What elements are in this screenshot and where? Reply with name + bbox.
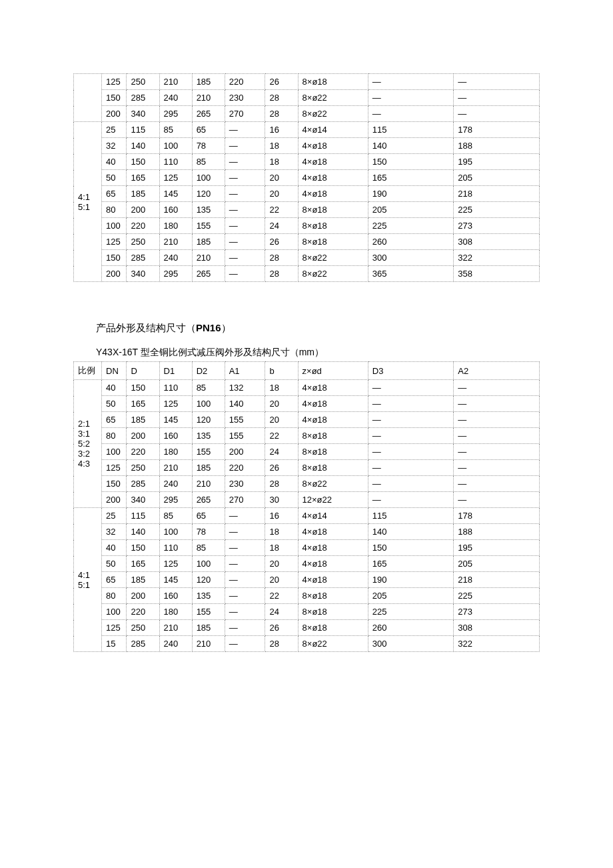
table-cell: 20 xyxy=(265,170,298,186)
table-cell: 65 xyxy=(102,412,127,428)
table-cell: 100 xyxy=(192,170,225,186)
table-cell: 200 xyxy=(127,588,159,604)
table-cell: 32 xyxy=(102,138,127,154)
table-cell: 165 xyxy=(368,170,454,186)
table-cell: 250 xyxy=(127,620,159,636)
table-cell: 185 xyxy=(127,186,159,202)
table-cell: 265 xyxy=(192,492,225,508)
table-cell: 8×ø18 xyxy=(298,604,368,620)
table-header-cell: D3 xyxy=(368,362,454,380)
table-cell: 20 xyxy=(265,412,298,428)
table-cell: 165 xyxy=(127,556,159,572)
table-cell: 150 xyxy=(102,90,127,106)
table-cell: 8×ø22 xyxy=(298,476,368,492)
table-row: 4:15:1251158565—164×ø14115178 xyxy=(74,122,540,138)
table-cell: 273 xyxy=(454,218,540,234)
table-cell: 230 xyxy=(225,476,265,492)
table-cell: — xyxy=(225,154,265,170)
table-cell: 65 xyxy=(192,508,225,524)
table-cell: — xyxy=(454,492,540,508)
table-cell: 8×ø22 xyxy=(298,106,368,122)
table-cell: 100 xyxy=(192,396,225,412)
table-cell: 85 xyxy=(192,380,225,396)
table-row: 15285240210—288×ø22300322 xyxy=(74,636,540,652)
table-cell: 220 xyxy=(127,218,159,234)
table-cell: 150 xyxy=(368,154,454,170)
table-cell: 24 xyxy=(265,604,298,620)
table-cell: — xyxy=(368,74,454,90)
table-cell: 4×ø18 xyxy=(298,380,368,396)
table-cell: 40 xyxy=(102,380,127,396)
table-cell: 195 xyxy=(454,540,540,556)
table-row: 3214010078—184×ø18140188 xyxy=(74,524,540,540)
table-header-cell: z×ød xyxy=(298,362,368,380)
table-cell: 205 xyxy=(368,202,454,218)
table-cell: 24 xyxy=(265,218,298,234)
table-cell: 40 xyxy=(102,154,127,170)
table-cell: 140 xyxy=(368,524,454,540)
table-cell: 150 xyxy=(127,380,159,396)
table-cell: — xyxy=(368,492,454,508)
table-cell: — xyxy=(225,202,265,218)
table-cell: 8×ø18 xyxy=(298,460,368,476)
table-cell: 50 xyxy=(102,170,127,186)
table-cell: — xyxy=(225,524,265,540)
table-cell: 322 xyxy=(454,250,540,266)
table-cell: 8×ø18 xyxy=(298,620,368,636)
table-cell: — xyxy=(368,396,454,412)
table-cell: 200 xyxy=(102,106,127,122)
table-cell: 210 xyxy=(159,74,192,90)
table-subtitle: Y43X-16T 型全铜比例式减压阀外形及结构尺寸（mm） xyxy=(96,347,540,359)
table-cell: 28 xyxy=(265,106,298,122)
table-cell: 132 xyxy=(225,380,265,396)
table-cell: 8×ø18 xyxy=(298,234,368,250)
table-cell: — xyxy=(225,604,265,620)
table-cell: 22 xyxy=(265,428,298,444)
table-cell: — xyxy=(225,138,265,154)
table-cell: 4×ø18 xyxy=(298,556,368,572)
table-cell: 210 xyxy=(192,90,225,106)
table-cell: — xyxy=(225,266,265,282)
table-cell: 120 xyxy=(192,572,225,588)
table-cell: 22 xyxy=(265,588,298,604)
table-cell: — xyxy=(454,460,540,476)
table-cell: — xyxy=(225,636,265,652)
table-cell: 125 xyxy=(159,170,192,186)
table-header-row: 比例DNDD1D2A1bz×ødD3A2 xyxy=(74,362,540,380)
table-cell: 80 xyxy=(102,428,127,444)
table-cell: 26 xyxy=(265,460,298,476)
table-cell: 250 xyxy=(127,74,159,90)
table-header-cell: D2 xyxy=(192,362,225,380)
table-cell: 50 xyxy=(102,396,127,412)
table-cell: 8×ø18 xyxy=(298,74,368,90)
table-cell: 210 xyxy=(159,460,192,476)
table-cell: 308 xyxy=(454,620,540,636)
table-cell: 340 xyxy=(127,492,159,508)
table-cell: 4×ø14 xyxy=(298,122,368,138)
table-cell: 185 xyxy=(127,412,159,428)
ratio-cell: 4:15:1 xyxy=(74,122,102,282)
table-cell: 4×ø18 xyxy=(298,138,368,154)
table-cell: 145 xyxy=(159,186,192,202)
table-cell: 22 xyxy=(265,202,298,218)
table-cell: 65 xyxy=(102,572,127,588)
table-cell: — xyxy=(225,508,265,524)
table-header-cell: b xyxy=(265,362,298,380)
table-row: 65185145120—204×ø18190218 xyxy=(74,572,540,588)
table-cell: 125 xyxy=(159,556,192,572)
table-cell: — xyxy=(225,556,265,572)
table-cell: 32 xyxy=(102,524,127,540)
table-row: 80200160135155228×ø18—— xyxy=(74,428,540,444)
table-cell: 220 xyxy=(127,604,159,620)
table-cell: 80 xyxy=(102,588,127,604)
table-cell: 220 xyxy=(127,444,159,460)
table-cell: 115 xyxy=(368,508,454,524)
table-cell: 155 xyxy=(225,428,265,444)
table-cell: 240 xyxy=(159,250,192,266)
table-cell: 140 xyxy=(127,138,159,154)
table-cell: 4×ø18 xyxy=(298,540,368,556)
table-cell: 210 xyxy=(159,234,192,250)
table-row: 2:13:15:23:24:34015011085132184×ø18—— xyxy=(74,380,540,396)
table-row: 150285240210230288×ø22—— xyxy=(74,90,540,106)
table-cell: 15 xyxy=(102,636,127,652)
